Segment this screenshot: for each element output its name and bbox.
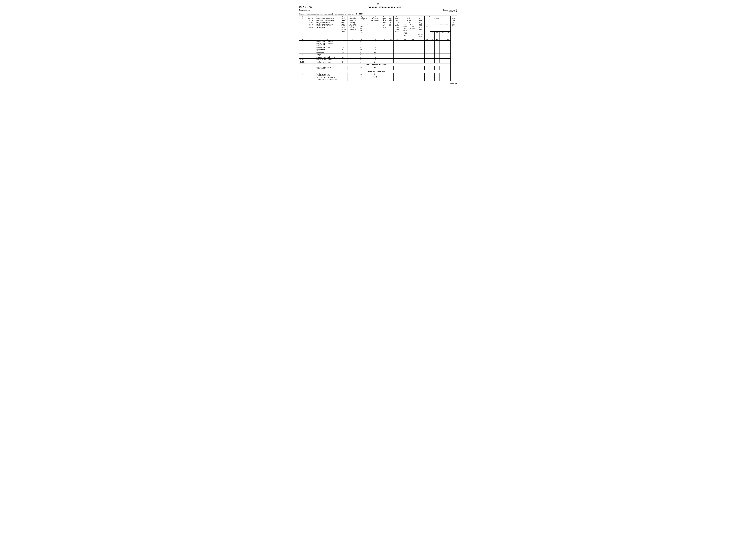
col-num-3: 3 <box>316 38 340 41</box>
row-declared <box>417 59 424 61</box>
row-q3 <box>439 73 446 79</box>
row-prod-code <box>369 79 381 81</box>
row-q1 <box>430 46 435 49</box>
row-q1 <box>430 56 435 59</box>
row-unit: шт <box>358 41 364 46</box>
row-prod-code: I2 <box>369 46 381 49</box>
row-needed2 <box>393 51 401 54</box>
row-price <box>388 56 393 59</box>
header-col3: Наименование и техни-ческая характеристи… <box>316 16 340 38</box>
row-maker <box>347 66 359 70</box>
row-id: 2.I. <box>299 66 306 70</box>
row-unit-code <box>364 49 369 51</box>
row-needed2 <box>393 46 401 49</box>
row-price <box>388 59 393 61</box>
row-all <box>424 61 430 64</box>
col-num-4: 4 <box>340 38 347 41</box>
row-declared <box>417 49 424 51</box>
row-exp1 <box>401 46 409 49</box>
row-exp2 <box>409 59 417 61</box>
row-declared <box>417 51 424 54</box>
row-exp1 <box>401 79 409 81</box>
row-prod-code: 7 <box>369 41 381 46</box>
row-needed <box>381 49 388 51</box>
row-id: I.II. <box>299 61 306 64</box>
row-price <box>388 46 393 49</box>
row-name: Кронштейн <box>316 49 340 51</box>
col-num-9: 9 <box>381 38 388 41</box>
header-col1: №№пп <box>299 16 306 38</box>
row-type: К834 <box>340 61 347 64</box>
table-row: I.II. Скоба потолочная К834 шт 24 <box>299 61 457 64</box>
row-pos <box>306 73 316 79</box>
row-id: I.8. <box>299 54 306 56</box>
row-type <box>340 73 347 79</box>
row-price <box>388 51 393 54</box>
row-id: I.9. <box>299 56 306 59</box>
row-all <box>424 56 430 59</box>
object-label: Объект (производственная мощность) <box>299 13 333 15</box>
row-q2 <box>435 51 440 54</box>
row-type: К764 <box>340 54 347 56</box>
row-unit-code <box>364 79 369 81</box>
header-col2: № поз.по тех-нологич.схеме,местоуста-нов… <box>306 16 316 38</box>
row-q2 <box>435 61 440 64</box>
row-type: К835 <box>340 46 347 49</box>
row-name: Подвес тросовый КЛ-ПТ <box>316 56 340 59</box>
row-declared <box>417 66 424 70</box>
header-col11-main: Ожида-емоенали-чие <box>401 16 417 24</box>
section-title-2: 2. ПРОКАТ ЧЕРНЫХ МЕТАЛЛОВ <box>299 64 450 66</box>
header-col7: Код обору-дования,материалов <box>369 16 381 38</box>
row-q3 <box>439 59 446 61</box>
row-declared <box>417 79 424 81</box>
row-needed2 <box>393 41 401 46</box>
row-cost <box>446 79 451 81</box>
row-unit-2: т <box>358 76 364 79</box>
col-num-15: I5 <box>424 38 430 41</box>
col-num-6: 6 <box>358 38 364 41</box>
row-price <box>388 41 393 46</box>
table-row: 2.I. Лента 3х30 Б ст2 ПСГОСТ 6009-74 кг … <box>299 66 457 70</box>
row-needed <box>381 46 388 49</box>
row-q1 <box>430 51 435 54</box>
col-num-16: I6 <box>430 38 435 41</box>
row-cost <box>446 41 451 46</box>
row-q3 <box>439 41 446 46</box>
row-declared <box>417 54 424 56</box>
row-pos <box>306 54 316 56</box>
row-name: Хомут <box>316 54 340 56</box>
row-unit-code <box>364 41 369 46</box>
row-exp2 <box>409 41 417 46</box>
row-pos <box>306 59 316 61</box>
header-q2: II <box>435 31 440 38</box>
row-prod-code-2: 0,45 <box>369 76 381 79</box>
row-q3 <box>439 51 446 54</box>
row-exp1 <box>401 51 409 54</box>
header-col8: По-треб-но-стьпопро-екту <box>381 16 388 38</box>
row-q1 <box>430 41 435 46</box>
header-unit-code: Код <box>364 24 369 38</box>
row-unit: шт <box>358 51 364 54</box>
row-price <box>388 73 393 79</box>
row-needed <box>381 66 388 70</box>
row-maker <box>347 61 359 64</box>
row-q2 <box>435 49 440 51</box>
row-q3 <box>439 61 446 64</box>
row-q3 <box>439 66 446 70</box>
company-field <box>311 9 354 11</box>
table-row: I.8. Хомут К764 шт 32 <box>299 54 457 56</box>
row-unit: шт <box>358 61 364 64</box>
row-prod-code: 35 <box>369 66 381 70</box>
row-needed <box>381 54 388 56</box>
row-all <box>424 46 430 49</box>
row-unit: кг <box>358 66 364 70</box>
row-name: Скоба потолочная <box>316 61 340 64</box>
row-id: I.6. <box>299 49 306 51</box>
row-cost <box>446 61 451 64</box>
row-q2 <box>435 66 440 70</box>
table-row: I.9. Подвес тросовый КЛ-ПТ К837 шт 78 <box>299 56 457 59</box>
row-needed <box>381 79 388 81</box>
row-unit: хм <box>358 73 364 76</box>
row-q2 <box>435 41 440 46</box>
row-needed2 <box>393 73 401 79</box>
